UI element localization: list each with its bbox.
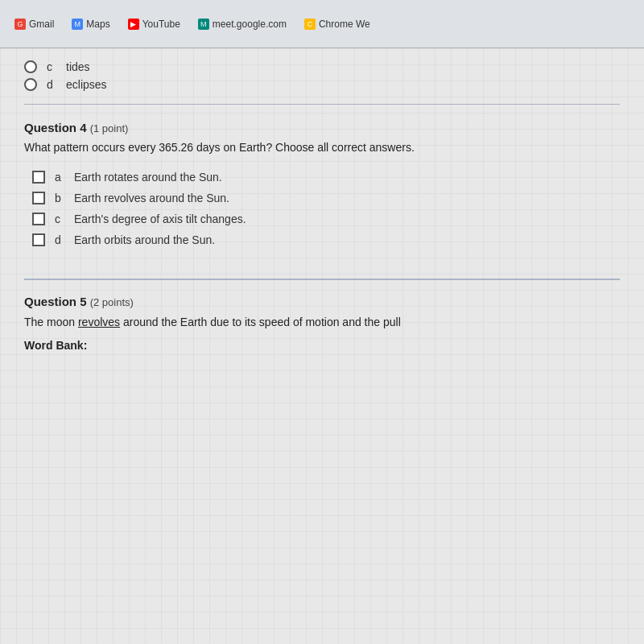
option-c-letter: c	[55, 213, 64, 225]
checkbox-option-a: a Earth rotates around the Sun.	[32, 171, 620, 184]
checkbox-options: a Earth rotates around the Sun. b Earth …	[24, 171, 620, 246]
tab-maps[interactable]: M Maps	[65, 15, 116, 33]
tab-chrome-label: Chrome We	[319, 19, 370, 30]
meet-icon: M	[198, 19, 209, 30]
checkbox-c[interactable]	[32, 213, 45, 225]
option-d-letter: d	[55, 233, 64, 246]
tab-chrome[interactable]: C Chrome We	[298, 15, 377, 33]
prev-question-tail: c tides d eclipses	[24, 56, 620, 105]
option-d-text: Earth orbits around the Sun.	[74, 233, 215, 246]
content-area: c tides d eclipses Question 4 (1 point) …	[0, 48, 644, 644]
radio-d[interactable]	[24, 78, 37, 91]
tab-meet[interactable]: M meet.google.com	[192, 15, 293, 33]
question-5-block: Question 5 (2 points) The moon revolves …	[24, 279, 620, 352]
tab-youtube[interactable]: ▶ YouTube	[122, 15, 187, 33]
option-b-letter: b	[55, 192, 64, 204]
maps-icon: M	[72, 19, 83, 30]
q5-answer-word: revolves	[78, 316, 120, 328]
question-5-title: Question 5 (2 points)	[24, 295, 620, 308]
tab-maps-label: Maps	[86, 19, 109, 30]
checkbox-a[interactable]	[32, 171, 45, 184]
checkbox-option-c: c Earth's degree of axis tilt changes.	[32, 213, 620, 225]
question-5-text: The moon revolves around the Earth due t…	[24, 313, 620, 331]
chrome-icon: C	[304, 19, 316, 30]
prev-option-c: c tides	[24, 60, 620, 73]
question-4-text: What pattern occurs every 365.26 days on…	[24, 139, 620, 156]
q5-text-after: around the Earth due to its speed of mot…	[123, 316, 401, 328]
tab-meet-label: meet.google.com	[213, 19, 287, 30]
checkbox-option-b: b Earth revolves around the Sun.	[32, 192, 620, 204]
checkbox-b[interactable]	[32, 192, 45, 204]
option-a-text: Earth rotates around the Sun.	[74, 171, 222, 184]
option-c-text: Earth's degree of axis tilt changes.	[74, 213, 246, 225]
radio-c[interactable]	[24, 60, 37, 73]
tab-youtube-label: YouTube	[142, 19, 180, 30]
browser-chrome: G Gmail M Maps ▶ YouTube M meet.google.c…	[0, 0, 644, 48]
tab-gmail[interactable]: G Gmail	[8, 15, 60, 33]
youtube-icon: ▶	[128, 19, 139, 30]
checkbox-option-d: d Earth orbits around the Sun.	[32, 233, 620, 246]
option-text-d: eclipses	[66, 78, 107, 91]
q5-text-before: The moon	[24, 316, 75, 328]
option-text-c: tides	[66, 60, 90, 73]
prev-option-d: d eclipses	[24, 78, 620, 91]
tab-gmail-label: Gmail	[29, 19, 54, 30]
option-b-text: Earth revolves around the Sun.	[74, 192, 229, 204]
question-4-title: Question 4 (1 point)	[24, 121, 620, 134]
option-letter-d: d	[47, 78, 56, 91]
question-5-points: (2 points)	[90, 296, 134, 308]
question-4-points: (1 point)	[90, 122, 129, 134]
question-4-block: Question 4 (1 point) What pattern occurs…	[24, 121, 620, 246]
option-a-letter: a	[55, 171, 64, 184]
gmail-icon: G	[14, 19, 26, 30]
option-letter-c: c	[47, 60, 56, 73]
tab-bar: G Gmail M Maps ▶ YouTube M meet.google.c…	[8, 15, 636, 33]
word-bank-label: Word Bank:	[24, 339, 620, 352]
section-divider	[24, 279, 620, 280]
checkbox-d[interactable]	[32, 233, 45, 246]
